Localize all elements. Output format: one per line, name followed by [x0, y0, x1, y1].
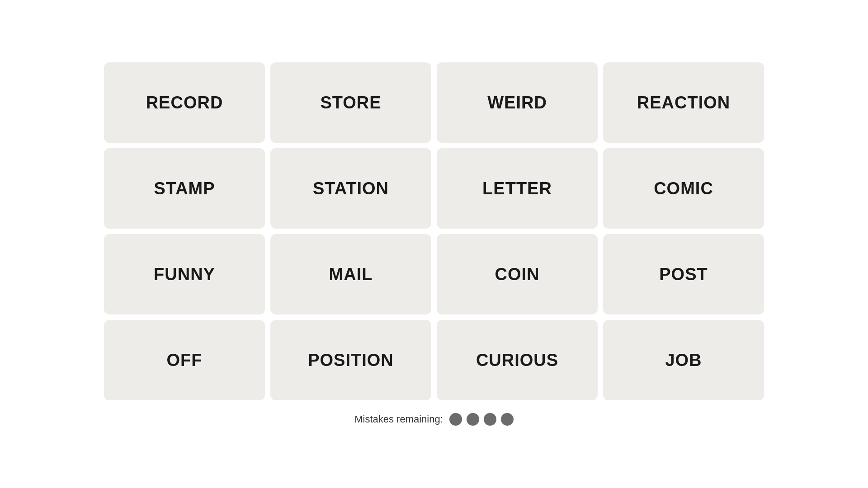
word-label-off: OFF	[167, 351, 203, 370]
word-card-job[interactable]: JOB	[603, 320, 764, 400]
word-label-mail: MAIL	[329, 265, 373, 284]
mistakes-section: Mistakes remaining:	[354, 413, 514, 426]
word-label-position: POSITION	[308, 351, 394, 370]
mistake-dot-1	[449, 413, 462, 426]
word-card-store[interactable]: STORE	[270, 62, 431, 143]
word-label-job: JOB	[665, 351, 702, 370]
word-card-position[interactable]: POSITION	[270, 320, 431, 400]
word-card-funny[interactable]: FUNNY	[104, 234, 265, 314]
mistake-dot-3	[484, 413, 496, 426]
word-card-comic[interactable]: COMIC	[603, 148, 764, 229]
game-container: RECORDSTOREWEIRDREACTIONSTAMPSTATIONLETT…	[104, 62, 764, 426]
word-label-stamp: STAMP	[154, 179, 215, 198]
word-card-post[interactable]: POST	[603, 234, 764, 314]
word-label-station: STATION	[313, 179, 389, 198]
word-label-weird: WEIRD	[487, 93, 547, 113]
word-label-post: POST	[659, 265, 708, 284]
word-grid: RECORDSTOREWEIRDREACTIONSTAMPSTATIONLETT…	[104, 62, 764, 400]
word-card-record[interactable]: RECORD	[104, 62, 265, 143]
word-card-stamp[interactable]: STAMP	[104, 148, 265, 229]
mistakes-label: Mistakes remaining:	[354, 413, 443, 425]
word-card-letter[interactable]: LETTER	[437, 148, 598, 229]
word-card-station[interactable]: STATION	[270, 148, 431, 229]
word-card-off[interactable]: OFF	[104, 320, 265, 400]
word-card-weird[interactable]: WEIRD	[437, 62, 598, 143]
word-label-record: RECORD	[146, 93, 223, 113]
word-label-store: STORE	[320, 93, 381, 113]
word-card-curious[interactable]: CURIOUS	[437, 320, 598, 400]
word-card-reaction[interactable]: REACTION	[603, 62, 764, 143]
mistake-dot-2	[467, 413, 479, 426]
word-label-coin: COIN	[495, 265, 540, 284]
word-label-reaction: REACTION	[637, 93, 730, 113]
word-label-comic: COMIC	[654, 179, 713, 198]
word-card-mail[interactable]: MAIL	[270, 234, 431, 314]
mistake-dot-4	[501, 413, 514, 426]
mistakes-dots	[449, 413, 514, 426]
word-card-coin[interactable]: COIN	[437, 234, 598, 314]
word-label-curious: CURIOUS	[476, 351, 558, 370]
word-label-letter: LETTER	[482, 179, 552, 198]
word-label-funny: FUNNY	[154, 265, 215, 284]
